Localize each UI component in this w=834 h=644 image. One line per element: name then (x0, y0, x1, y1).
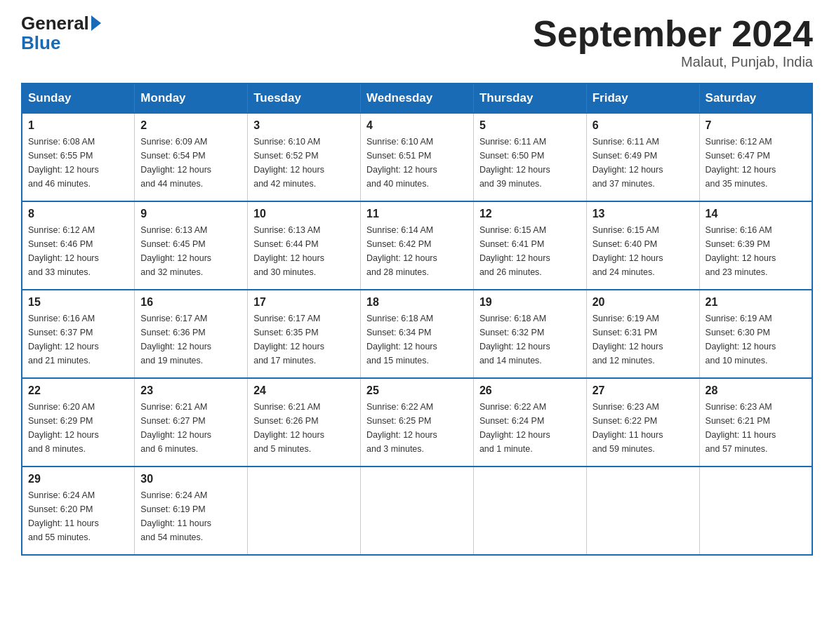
week-row-4: 22Sunrise: 6:20 AMSunset: 6:29 PMDayligh… (22, 378, 812, 467)
location-subtitle: Malaut, Punjab, India (533, 54, 813, 70)
day-number: 21 (706, 296, 806, 309)
day-info: Sunrise: 6:19 AMSunset: 6:31 PMDaylight:… (593, 311, 694, 368)
day-info: Sunrise: 6:09 AMSunset: 6:54 PMDaylight:… (140, 135, 241, 191)
header-cell-friday: Friday (586, 83, 699, 113)
calendar-cell: 29Sunrise: 6:24 AMSunset: 6:20 PMDayligh… (22, 467, 135, 555)
day-info: Sunrise: 6:21 AMSunset: 6:27 PMDaylight:… (140, 400, 241, 456)
calendar-cell: 7Sunrise: 6:12 AMSunset: 6:47 PMDaylight… (699, 113, 812, 201)
day-info: Sunrise: 6:16 AMSunset: 6:37 PMDaylight:… (28, 311, 128, 368)
calendar-cell: 19Sunrise: 6:18 AMSunset: 6:32 PMDayligh… (473, 290, 586, 378)
day-number: 6 (593, 119, 694, 132)
day-number: 9 (140, 208, 241, 220)
calendar-cell: 20Sunrise: 6:19 AMSunset: 6:31 PMDayligh… (586, 290, 699, 378)
day-number: 26 (479, 384, 581, 397)
day-info: Sunrise: 6:13 AMSunset: 6:45 PMDaylight:… (140, 223, 241, 279)
calendar-cell: 22Sunrise: 6:20 AMSunset: 6:29 PMDayligh… (22, 378, 135, 467)
day-info: Sunrise: 6:11 AMSunset: 6:49 PMDaylight:… (593, 135, 694, 191)
day-number: 2 (140, 119, 241, 132)
header-cell-thursday: Thursday (473, 83, 586, 113)
month-title: September 2024 (533, 14, 813, 54)
logo-blue-text: Blue (21, 32, 60, 54)
day-number: 18 (366, 296, 468, 309)
day-info: Sunrise: 6:17 AMSunset: 6:35 PMDaylight:… (253, 311, 355, 368)
day-info: Sunrise: 6:22 AMSunset: 6:24 PMDaylight:… (479, 400, 581, 456)
day-number: 11 (366, 208, 468, 220)
title-area: September 2024 Malaut, Punjab, India (533, 14, 813, 70)
day-info: Sunrise: 6:08 AMSunset: 6:55 PMDaylight:… (28, 135, 128, 191)
logo-arrow-icon (91, 15, 101, 31)
day-number: 23 (140, 384, 241, 397)
calendar-cell: 8Sunrise: 6:12 AMSunset: 6:46 PMDaylight… (22, 201, 135, 290)
calendar-header: SundayMondayTuesdayWednesdayThursdayFrid… (22, 83, 812, 113)
day-number: 19 (479, 296, 581, 309)
day-info: Sunrise: 6:12 AMSunset: 6:47 PMDaylight:… (706, 135, 806, 191)
day-info: Sunrise: 6:20 AMSunset: 6:29 PMDaylight:… (28, 400, 128, 456)
day-number: 20 (593, 296, 694, 309)
day-number: 10 (253, 208, 355, 220)
calendar-cell (361, 467, 474, 555)
calendar-cell: 12Sunrise: 6:15 AMSunset: 6:41 PMDayligh… (473, 201, 586, 290)
calendar-cell: 23Sunrise: 6:21 AMSunset: 6:27 PMDayligh… (135, 378, 248, 467)
day-info: Sunrise: 6:24 AMSunset: 6:19 PMDaylight:… (140, 488, 241, 544)
header-cell-wednesday: Wednesday (361, 83, 474, 113)
day-number: 13 (593, 208, 694, 220)
calendar-cell: 3Sunrise: 6:10 AMSunset: 6:52 PMDaylight… (248, 113, 361, 201)
day-number: 27 (593, 384, 694, 397)
calendar-cell: 5Sunrise: 6:11 AMSunset: 6:50 PMDaylight… (473, 113, 586, 201)
header-cell-sunday: Sunday (22, 83, 135, 113)
day-info: Sunrise: 6:15 AMSunset: 6:40 PMDaylight:… (593, 223, 694, 279)
day-info: Sunrise: 6:15 AMSunset: 6:41 PMDaylight:… (479, 223, 581, 279)
week-row-1: 1Sunrise: 6:08 AMSunset: 6:55 PMDaylight… (22, 113, 812, 201)
calendar-cell: 15Sunrise: 6:16 AMSunset: 6:37 PMDayligh… (22, 290, 135, 378)
day-info: Sunrise: 6:16 AMSunset: 6:39 PMDaylight:… (706, 223, 806, 279)
calendar-cell: 18Sunrise: 6:18 AMSunset: 6:34 PMDayligh… (361, 290, 474, 378)
day-number: 17 (253, 296, 355, 309)
week-row-5: 29Sunrise: 6:24 AMSunset: 6:20 PMDayligh… (22, 467, 812, 555)
calendar-cell: 27Sunrise: 6:23 AMSunset: 6:22 PMDayligh… (586, 378, 699, 467)
day-info: Sunrise: 6:18 AMSunset: 6:34 PMDaylight:… (366, 311, 468, 368)
calendar-table: SundayMondayTuesdayWednesdayThursdayFrid… (21, 83, 813, 556)
day-info: Sunrise: 6:17 AMSunset: 6:36 PMDaylight:… (140, 311, 241, 368)
week-row-3: 15Sunrise: 6:16 AMSunset: 6:37 PMDayligh… (22, 290, 812, 378)
day-number: 14 (706, 208, 806, 220)
calendar-cell: 10Sunrise: 6:13 AMSunset: 6:44 PMDayligh… (248, 201, 361, 290)
day-number: 8 (28, 208, 128, 220)
calendar-body: 1Sunrise: 6:08 AMSunset: 6:55 PMDaylight… (22, 113, 812, 555)
day-info: Sunrise: 6:11 AMSunset: 6:50 PMDaylight:… (479, 135, 581, 191)
day-info: Sunrise: 6:12 AMSunset: 6:46 PMDaylight:… (28, 223, 128, 279)
logo: General Blue (21, 14, 102, 54)
calendar-cell: 14Sunrise: 6:16 AMSunset: 6:39 PMDayligh… (699, 201, 812, 290)
calendar-cell: 26Sunrise: 6:22 AMSunset: 6:24 PMDayligh… (473, 378, 586, 467)
calendar-cell: 4Sunrise: 6:10 AMSunset: 6:51 PMDaylight… (361, 113, 474, 201)
calendar-cell (699, 467, 812, 555)
day-number: 12 (479, 208, 581, 220)
day-number: 22 (28, 384, 128, 397)
day-number: 1 (28, 119, 128, 132)
calendar-cell (248, 467, 361, 555)
day-info: Sunrise: 6:23 AMSunset: 6:21 PMDaylight:… (706, 400, 806, 456)
day-info: Sunrise: 6:19 AMSunset: 6:30 PMDaylight:… (706, 311, 806, 368)
day-number: 7 (706, 119, 806, 132)
day-info: Sunrise: 6:10 AMSunset: 6:52 PMDaylight:… (253, 135, 355, 191)
day-number: 15 (28, 296, 128, 309)
logo-general-text: General (21, 14, 89, 32)
calendar-cell: 11Sunrise: 6:14 AMSunset: 6:42 PMDayligh… (361, 201, 474, 290)
day-number: 3 (253, 119, 355, 132)
day-info: Sunrise: 6:13 AMSunset: 6:44 PMDaylight:… (253, 223, 355, 279)
calendar-cell: 25Sunrise: 6:22 AMSunset: 6:25 PMDayligh… (361, 378, 474, 467)
calendar-cell: 21Sunrise: 6:19 AMSunset: 6:30 PMDayligh… (699, 290, 812, 378)
calendar-cell: 2Sunrise: 6:09 AMSunset: 6:54 PMDaylight… (135, 113, 248, 201)
day-number: 16 (140, 296, 241, 309)
day-info: Sunrise: 6:10 AMSunset: 6:51 PMDaylight:… (366, 135, 468, 191)
calendar-cell: 9Sunrise: 6:13 AMSunset: 6:45 PMDaylight… (135, 201, 248, 290)
day-number: 28 (706, 384, 806, 397)
calendar-cell: 24Sunrise: 6:21 AMSunset: 6:26 PMDayligh… (248, 378, 361, 467)
day-number: 25 (366, 384, 468, 397)
day-info: Sunrise: 6:22 AMSunset: 6:25 PMDaylight:… (366, 400, 468, 456)
week-row-2: 8Sunrise: 6:12 AMSunset: 6:46 PMDaylight… (22, 201, 812, 290)
day-info: Sunrise: 6:14 AMSunset: 6:42 PMDaylight:… (366, 223, 468, 279)
header-cell-monday: Monday (135, 83, 248, 113)
calendar-cell: 16Sunrise: 6:17 AMSunset: 6:36 PMDayligh… (135, 290, 248, 378)
calendar-cell: 1Sunrise: 6:08 AMSunset: 6:55 PMDaylight… (22, 113, 135, 201)
day-info: Sunrise: 6:23 AMSunset: 6:22 PMDaylight:… (593, 400, 694, 456)
